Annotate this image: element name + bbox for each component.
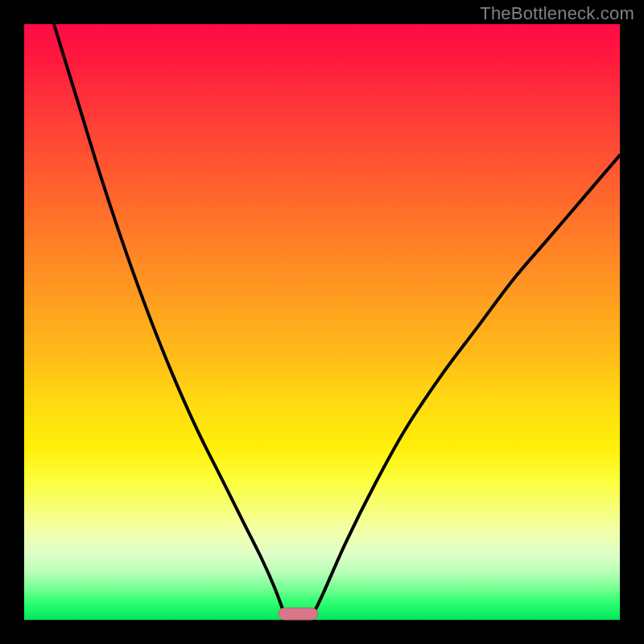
minimum-marker xyxy=(279,608,318,620)
chart-frame: TheBottleneck.com xyxy=(0,0,644,644)
curve-left-branch xyxy=(54,24,287,620)
plot-area xyxy=(24,24,620,620)
watermark-text: TheBottleneck.com xyxy=(480,3,634,24)
plot-svg xyxy=(24,24,620,620)
curve-right-branch xyxy=(310,155,620,620)
